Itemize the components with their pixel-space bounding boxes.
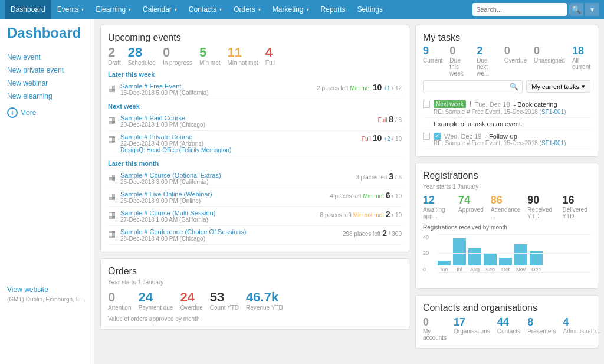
event-location: DesignQ: Head Office (Felicity Merringto… <box>120 147 357 153</box>
nav-events[interactable]: Events ▾ <box>51 0 90 19</box>
event-row: ▦ Sample # Course (Optional Extras) 25-D… <box>108 169 402 188</box>
stat-min-met: 5 Min met <box>199 45 221 66</box>
event-date: 15-Dec-2018 5:00 PM (California) <box>120 90 312 96</box>
stat-in-progress-number: 0 <box>163 45 170 60</box>
chart-bar <box>499 258 512 265</box>
global-search-input[interactable] <box>476 6 553 13</box>
event-date: 20-Dec-2018 1:00 PM (Chicago) <box>120 122 373 128</box>
search-icon: 🔍 <box>510 83 518 91</box>
nav-settings[interactable]: Settings <box>352 0 389 19</box>
main-content: Upcoming events 2 Draft 28 Scheduled 0 I… <box>94 19 604 364</box>
nav-calendar[interactable]: Calendar ▾ <box>137 0 183 19</box>
task-checkbox[interactable] <box>423 133 430 140</box>
task-row: ✓ Wed, Dec 19 - Follow-up RE: Sample # F… <box>423 130 590 149</box>
stat-draft-number: 2 <box>108 45 115 60</box>
upcoming-events-stats: 2 Draft 28 Scheduled 0 In progress 5 Min… <box>108 45 402 66</box>
tasks-search-row: 🔍 My current tasks ▾ <box>423 80 590 93</box>
calendar-icon: ▦ <box>108 134 116 143</box>
section-later-this-month: Later this month <box>108 160 402 167</box>
upcoming-events-title: Upcoming events <box>108 32 402 43</box>
global-search-button[interactable]: 🔍 <box>569 3 583 16</box>
chart-bar-group: Nov <box>514 244 527 273</box>
chart-bar-label: Iun <box>441 267 448 273</box>
stat-scheduled-number: 28 <box>128 45 142 60</box>
chevron-down-icon: ▾ <box>175 7 177 12</box>
page-layout: Dashboard New event New private event Ne… <box>0 19 604 364</box>
calendar-icon: ▦ <box>108 191 116 201</box>
orders-title: Orders <box>108 266 402 277</box>
event-row: ▦ Sample # Course (Multi-Session) 27-Dec… <box>108 207 402 226</box>
sidebar-link-new-elearning[interactable]: New elearning <box>7 90 87 103</box>
nav-elearning[interactable]: Elearning ▾ <box>90 0 137 19</box>
chart-title: Registrations received by month <box>423 224 590 231</box>
page-title: Dashboard <box>7 25 87 41</box>
stat-in-progress: 0 In progress <box>163 45 192 66</box>
chart-bar-group: Iul <box>453 238 466 273</box>
chart-bar <box>530 251 543 265</box>
more-button[interactable]: + More <box>7 107 87 118</box>
chart-bars: IunIulAugSepOctNovDec <box>423 234 590 273</box>
task-row: Example of a task on an event. <box>423 118 590 130</box>
view-website-link[interactable]: View website <box>7 283 87 296</box>
nav-marketing[interactable]: Marketing ▾ <box>267 0 315 19</box>
chart-bar <box>438 261 451 265</box>
chevron-down-icon: ▾ <box>219 7 222 12</box>
search-icon: 🔍 <box>572 5 582 14</box>
right-column: My tasks 9 Current 0 Due this week 2 Due… <box>415 25 598 358</box>
nav-reports[interactable]: Reports <box>315 0 352 19</box>
chart-bar <box>514 244 527 265</box>
orders-panel: Orders Year starts 1 January 0 Attention… <box>100 258 409 330</box>
registrations-chart: 40 20 0 IunIulAugSepOctNovDec <box>423 234 590 281</box>
event-name[interactable]: Sample # Free Event <box>120 83 312 90</box>
sidebar: Dashboard New event New private event Ne… <box>0 19 94 364</box>
contacts-panel: Contacts and organisations 0 My accounts… <box>415 295 598 349</box>
task-checkbox[interactable] <box>423 101 430 108</box>
stat-min-met-label: Min met <box>199 60 221 66</box>
section-later-this-week: Later this week <box>108 71 402 78</box>
event-row: ▦ Sample # Paid Course 20-Dec-2018 1:00 … <box>108 112 402 131</box>
task-check-icon: ✓ <box>434 133 441 140</box>
chart-bar-label: Dec <box>531 267 541 273</box>
section-next-week: Next week <box>108 103 402 110</box>
event-name[interactable]: Sample # Private Course <box>120 133 357 140</box>
tasks-filter-button[interactable]: My current tasks ▾ <box>526 80 590 93</box>
registrations-stats: 12 Awaiting app... 74 Approved 86 Attend… <box>423 195 590 219</box>
nav-dashboard[interactable]: Dashboard <box>5 0 51 19</box>
contacts-stats: 0 My accounts 17 Organisations 44 Contac… <box>423 317 590 342</box>
global-search-box <box>472 3 567 16</box>
event-row: ▦ Sample # Free Event 15-Dec-2018 5:00 P… <box>108 80 402 99</box>
registrations-title: Registrations <box>423 170 590 181</box>
upcoming-events-panel: Upcoming events 2 Draft 28 Scheduled 0 I… <box>100 25 409 252</box>
chart-bar-label: Iul <box>457 267 462 273</box>
my-tasks-title: My tasks <box>423 32 590 43</box>
event-row: ▦ Sample # Conference (Choice Of Session… <box>108 226 402 245</box>
chevron-down-icon: ▾ <box>81 7 84 12</box>
stat-min-met-number: 5 <box>199 45 206 60</box>
tasks-search-input[interactable] <box>427 83 510 90</box>
event-row: ▦ Sample # Private Course 22-Dec-2018 4:… <box>108 131 402 156</box>
stat-scheduled: 28 Scheduled <box>128 45 156 66</box>
stat-full-label: Full <box>265 60 275 66</box>
chevron-down-icon: ▾ <box>582 83 585 90</box>
timezone-info: (GMT) Dublin, Edinburgh, Li... <box>7 296 87 303</box>
task-row: Next week ! Tue, Dec 18 - Book catering … <box>423 98 590 118</box>
calendar-icon: ▦ <box>108 229 116 238</box>
chart-bar-label: Sep <box>485 267 495 273</box>
event-name[interactable]: Sample # Paid Course <box>120 114 373 122</box>
chart-bar-group: Aug <box>468 248 481 273</box>
chart-bar <box>468 248 481 265</box>
stat-min-not-met-label: Min not met <box>228 60 258 66</box>
calendar-icon: ▦ <box>108 115 116 124</box>
chevron-down-icon: ▾ <box>307 7 309 12</box>
user-menu-button[interactable]: ▼ <box>585 3 599 16</box>
calendar-icon: ▦ <box>108 172 116 182</box>
stat-scheduled-label: Scheduled <box>128 60 156 66</box>
nav-contacts[interactable]: Contacts ▾ <box>183 0 228 19</box>
sidebar-link-new-private-event[interactable]: New private event <box>7 64 87 77</box>
contacts-title: Contacts and organisations <box>423 303 590 313</box>
sidebar-link-new-webinar[interactable]: New webinar <box>7 77 87 90</box>
sidebar-link-new-event[interactable]: New event <box>7 51 87 64</box>
nav-orders[interactable]: Orders ▾ <box>228 0 267 19</box>
tasks-stats: 9 Current 0 Due this week 2 Due next we.… <box>423 45 590 77</box>
chart-bar-group: Dec <box>530 251 543 273</box>
